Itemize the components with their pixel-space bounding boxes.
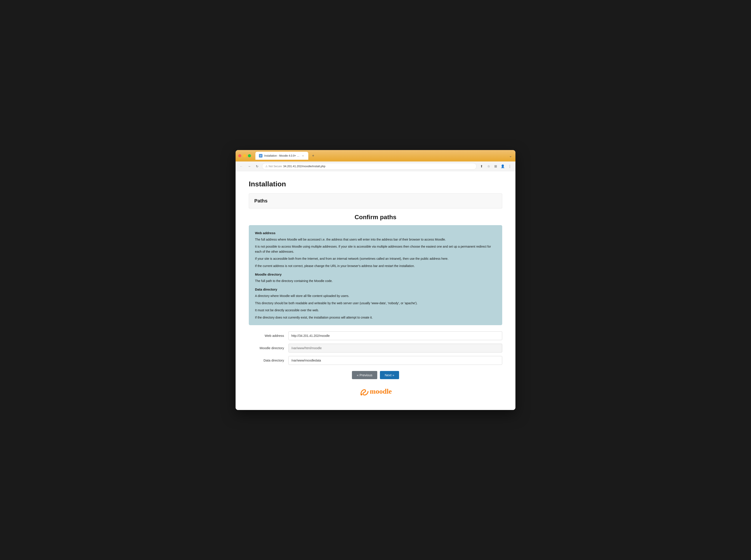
minimize-button[interactable]	[243, 154, 246, 157]
reload-button[interactable]: ↻	[254, 163, 260, 169]
web-address-para-2: It is not possible to access Moodle usin…	[255, 244, 496, 254]
web-address-label: Web address	[249, 334, 284, 338]
tab-chevron[interactable]: ⌄	[508, 153, 513, 159]
page-title: Installation	[249, 180, 502, 188]
forward-button[interactable]: →	[246, 163, 252, 169]
moodle-logo: moodle	[249, 386, 502, 401]
page-content: Installation Paths Confirm paths Web add…	[236, 171, 515, 410]
moodle-logo-icon	[359, 386, 370, 397]
new-tab-button[interactable]: +	[310, 153, 316, 159]
browser-window: M Installation - Moodle 4.0.9+ (E... × +…	[236, 150, 515, 410]
previous-button[interactable]: « Previous	[352, 371, 377, 379]
menu-button[interactable]: ⋮	[507, 163, 513, 169]
moodle-directory-label: Moodle directory	[249, 346, 284, 350]
svg-point-0	[360, 394, 362, 396]
tab-close-button[interactable]: ×	[301, 154, 305, 158]
close-button[interactable]	[238, 154, 241, 157]
moodle-logo-text: moodle	[370, 387, 392, 396]
url-text: 34.201.41.202/moodle/install.php	[283, 164, 325, 168]
maximize-button[interactable]	[248, 154, 251, 157]
data-directory-info: Data directory A directory where Moodle …	[255, 287, 496, 320]
moodle-directory-row: Moodle directory	[249, 344, 502, 353]
moodle-directory-heading: Moodle directory	[255, 272, 496, 277]
web-address-row: Web address	[249, 331, 502, 340]
traffic-lights	[238, 154, 251, 157]
button-row: « Previous Next »	[249, 371, 502, 379]
back-button[interactable]: ←	[238, 163, 244, 169]
data-directory-label: Data directory	[249, 358, 284, 362]
tab-label: Installation - Moodle 4.0.9+ (E...	[264, 154, 299, 157]
info-box: Web address The full address where Moodl…	[249, 225, 502, 325]
not-secure-label: Not Secure	[269, 165, 282, 168]
profile-button[interactable]: 👤	[499, 163, 506, 169]
web-address-info: Web address The full address where Moodl…	[255, 231, 496, 268]
data-directory-input[interactable]	[289, 356, 502, 365]
data-directory-para-2: This directory should be both readable a…	[255, 301, 496, 305]
data-directory-para-1: A directory where Moodle will store all …	[255, 294, 496, 298]
data-directory-row: Data directory	[249, 356, 502, 365]
share-button[interactable]: ⬆	[478, 163, 485, 169]
moodle-directory-input[interactable]	[289, 344, 502, 353]
web-address-input[interactable]	[289, 331, 502, 340]
confirm-paths-title: Confirm paths	[249, 214, 502, 221]
active-tab[interactable]: M Installation - Moodle 4.0.9+ (E... ×	[255, 152, 308, 160]
not-secure-indicator: ⚠ Not Secure	[265, 165, 282, 168]
address-input[interactable]: ⚠ Not Secure 34.201.41.202/moodle/instal…	[262, 163, 477, 169]
data-directory-para-4: If the directory does not currently exis…	[255, 315, 496, 320]
paths-section-title: Paths	[254, 198, 268, 203]
bookmark-button[interactable]: ☆	[486, 163, 492, 169]
extensions-button[interactable]: ⊞	[493, 163, 499, 169]
web-address-para-4: If the current address is not correct, p…	[255, 263, 496, 268]
data-directory-heading: Data directory	[255, 287, 496, 292]
tab-favicon: M	[259, 154, 262, 158]
moodle-directory-para-1: The full path to the directory containin…	[255, 278, 496, 283]
tab-bar: M Installation - Moodle 4.0.9+ (E... × +…	[255, 152, 513, 160]
paths-section: Paths	[249, 194, 502, 208]
address-bar-actions: ⬆ ☆ ⊞ 👤 ⋮	[478, 163, 513, 169]
web-address-para-1: The full address where Moodle will be ac…	[255, 237, 496, 242]
next-button[interactable]: Next »	[380, 371, 399, 379]
moodle-directory-info: Moodle directory The full path to the di…	[255, 272, 496, 283]
web-address-heading: Web address	[255, 231, 496, 236]
title-bar: M Installation - Moodle 4.0.9+ (E... × +…	[236, 150, 515, 161]
address-bar: ← → ↻ ⚠ Not Secure 34.201.41.202/moodle/…	[236, 161, 515, 171]
web-address-para-3: If your site is accessible both from the…	[255, 256, 496, 261]
data-directory-para-3: It must not be directly accessible over …	[255, 308, 496, 313]
warning-icon: ⚠	[265, 165, 268, 168]
